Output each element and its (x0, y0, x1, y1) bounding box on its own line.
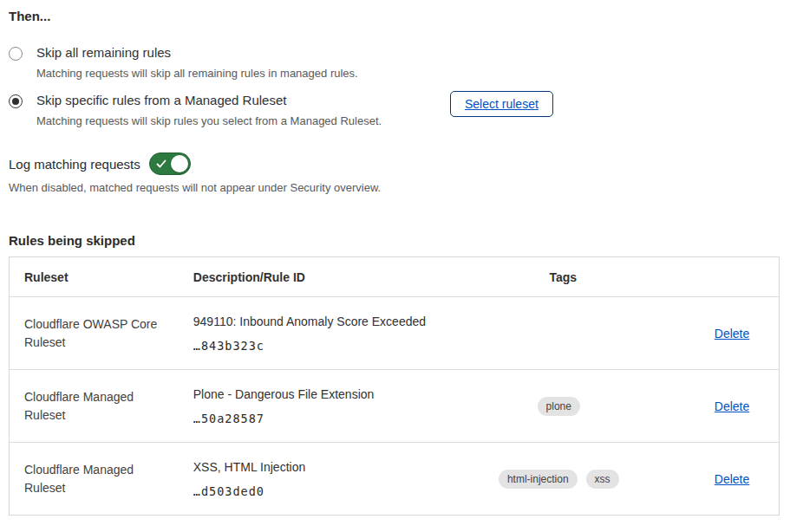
tag-pill: plone (538, 397, 580, 416)
log-matching-description: When disabled, matched requests will not… (9, 181, 781, 195)
radio-skip-all[interactable] (9, 47, 23, 61)
delete-link[interactable]: Delete (715, 327, 749, 341)
header-tags: Tags (441, 257, 685, 296)
tag-pill: html-injection (499, 470, 578, 489)
rule-description: 949110: Inbound Anomaly Score Exceeded (193, 314, 427, 329)
header-action (685, 257, 779, 296)
toggle-knob (171, 155, 188, 172)
radio-skip-specific-label[interactable]: Skip specific rules from a Managed Rules… (36, 93, 382, 108)
rule-description: XSS, HTML Injection (193, 459, 427, 475)
rule-id: …843b323c (193, 339, 427, 353)
radio-skip-all-description: Matching requests will skip all remainin… (36, 67, 358, 81)
select-ruleset-button[interactable]: Select ruleset (450, 91, 553, 117)
table-header-row: Ruleset Description/Rule ID Tags (10, 257, 779, 296)
rule-id: …50a28587 (193, 412, 427, 425)
ruleset-name: Cloudflare Managed Ruleset (24, 388, 164, 425)
header-ruleset: Ruleset (10, 257, 179, 296)
radio-skip-all-label[interactable]: Skip all remaining rules (36, 45, 358, 61)
table-row: Cloudflare OWASP Core Ruleset 949110: In… (10, 296, 779, 369)
tag-pill: xss (586, 470, 619, 489)
header-description-rule-id: Description/Rule ID (179, 257, 441, 296)
tags-cell (441, 297, 685, 369)
rule-id: …d503ded0 (193, 484, 427, 498)
ruleset-name: Cloudflare OWASP Core Ruleset (24, 315, 164, 352)
radio-option-skip-specific: Skip specific rules from a Managed Rules… (9, 93, 781, 128)
log-matching-label: Log matching requests (9, 157, 140, 172)
log-matching-row: Log matching requests (9, 152, 781, 175)
table-row: Cloudflare Managed Ruleset XSS, HTML Inj… (10, 442, 779, 515)
radio-dot (12, 98, 19, 105)
radio-skip-specific[interactable] (9, 94, 23, 108)
tags-cell: html-injectionxss (441, 443, 685, 515)
then-heading: Then... (9, 9, 781, 24)
waf-rule-config-panel: Then... Skip all remaining rules Matchin… (0, 0, 790, 516)
log-matching-toggle[interactable] (149, 152, 191, 175)
radio-skip-specific-description: Matching requests will skip rules you se… (36, 114, 382, 128)
check-icon (156, 159, 166, 169)
delete-link[interactable]: Delete (715, 399, 749, 413)
delete-link[interactable]: Delete (715, 472, 749, 486)
rule-description: Plone - Dangerous File Extension (193, 386, 427, 402)
table-row: Cloudflare Managed Ruleset Plone - Dange… (10, 369, 779, 442)
rules-being-skipped-heading: Rules being skipped (9, 233, 781, 249)
tags-cell: plone (441, 370, 685, 442)
ruleset-name: Cloudflare Managed Ruleset (24, 461, 164, 497)
rules-table: Ruleset Description/Rule ID Tags Cloudfl… (9, 256, 780, 516)
radio-option-skip-all: Skip all remaining rules Matching reques… (9, 45, 781, 81)
